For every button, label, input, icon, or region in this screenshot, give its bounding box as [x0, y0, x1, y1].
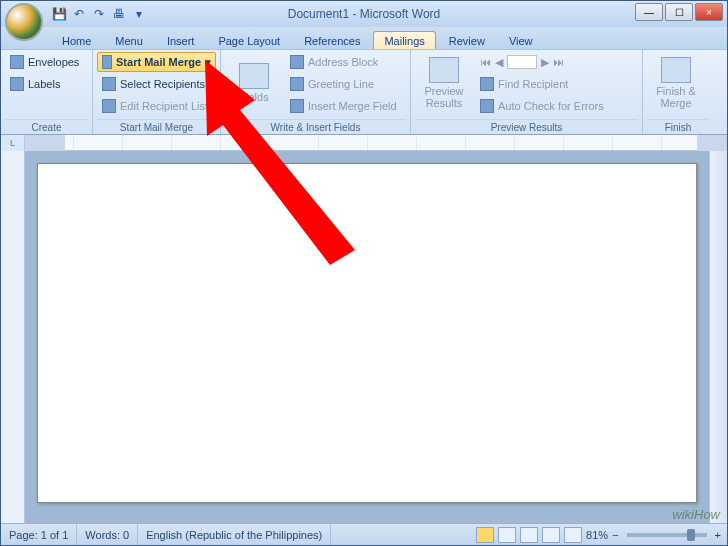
vertical-scrollbar[interactable] [709, 151, 727, 523]
tab-view[interactable]: View [498, 31, 544, 49]
preview-icon [429, 57, 459, 83]
labels-button[interactable]: Labels [5, 74, 88, 94]
status-language[interactable]: English (Republic of the Philippines) [138, 524, 331, 545]
tab-menu[interactable]: Menu [104, 31, 154, 49]
find-icon [480, 77, 494, 91]
ribbon-tabs: Home Menu Insert Page Layout References … [1, 27, 727, 49]
minimize-button[interactable]: — [635, 3, 663, 21]
fields-icon [239, 63, 269, 89]
greeting-line-button[interactable]: Greeting Line [285, 74, 406, 94]
zoom-in-button[interactable]: + [715, 529, 721, 541]
tab-review[interactable]: Review [438, 31, 496, 49]
finish-icon [661, 57, 691, 83]
qat-more-icon[interactable]: ▾ [131, 6, 147, 22]
maximize-button[interactable]: ☐ [665, 3, 693, 21]
print-layout-view-button[interactable] [476, 527, 494, 543]
auto-check-errors-button[interactable]: Auto Check for Errors [475, 96, 638, 116]
group-preview-label: Preview Results [415, 119, 638, 134]
edit-list-icon [102, 99, 116, 113]
zoom-thumb[interactable] [687, 529, 695, 541]
ruler-corner[interactable]: L [1, 135, 25, 151]
office-button[interactable] [5, 3, 43, 41]
full-screen-view-button[interactable] [498, 527, 516, 543]
record-number-input[interactable] [507, 55, 537, 69]
save-icon[interactable]: 💾 [51, 6, 67, 22]
titlebar: 💾 ↶ ↷ 🖶 ▾ Document1 - Microsoft Word — ☐… [1, 1, 727, 27]
address-icon [290, 55, 304, 69]
redo-icon[interactable]: ↷ [91, 6, 107, 22]
vertical-ruler[interactable] [1, 151, 25, 523]
ribbon: Envelopes Labels Create Start Mail Merge… [1, 49, 727, 135]
last-icon: ⏭ [553, 56, 564, 68]
quick-access-toolbar: 💾 ↶ ↷ 🖶 ▾ [51, 6, 147, 22]
check-icon [480, 99, 494, 113]
group-finish-label: Finish [647, 119, 709, 134]
next-icon: ▶ [541, 56, 549, 69]
tab-page-layout[interactable]: Page Layout [207, 31, 291, 49]
outline-view-button[interactable] [542, 527, 560, 543]
preview-results-button[interactable]: Preview Results [415, 52, 473, 114]
status-bar: Page: 1 of 1 Words: 0 English (Republic … [1, 523, 727, 545]
watermark: wikiHow [672, 507, 720, 522]
horizontal-ruler[interactable]: L [1, 135, 727, 151]
merge-field-icon [290, 99, 304, 113]
window-title: Document1 - Microsoft Word [288, 7, 441, 21]
print-icon[interactable]: 🖶 [111, 6, 127, 22]
insert-merge-field-button[interactable]: Insert Merge Field [285, 96, 406, 116]
tab-references[interactable]: References [293, 31, 371, 49]
status-words[interactable]: Words: 0 [77, 524, 138, 545]
group-start-label: Start Mail Merge [97, 119, 216, 134]
find-recipient-button[interactable]: Find Recipient [475, 74, 638, 94]
recipients-icon [102, 77, 116, 91]
zoom-level[interactable]: 81% [586, 529, 608, 541]
undo-icon[interactable]: ↶ [71, 6, 87, 22]
zoom-slider[interactable] [627, 533, 707, 537]
edit-recipient-list-button[interactable]: Edit Recipient List [97, 96, 216, 116]
web-layout-view-button[interactable] [520, 527, 538, 543]
tab-mailings[interactable]: Mailings [373, 31, 435, 49]
mail-merge-icon [102, 55, 112, 69]
envelope-icon [10, 55, 24, 69]
group-write-label: Write & Insert Fields [225, 119, 406, 134]
document-page[interactable] [37, 163, 697, 503]
tab-insert[interactable]: Insert [156, 31, 206, 49]
group-create-label: Create [5, 119, 88, 134]
envelopes-button[interactable]: Envelopes [5, 52, 88, 72]
greeting-icon [290, 77, 304, 91]
prev-icon: ◀ [495, 56, 503, 69]
tab-home[interactable]: Home [51, 31, 102, 49]
first-icon: ⏮ [480, 56, 491, 68]
record-nav[interactable]: ⏮◀▶⏭ [475, 52, 638, 72]
draft-view-button[interactable] [564, 527, 582, 543]
close-button[interactable]: × [695, 3, 723, 21]
highlight-fields-button[interactable]: Fields [225, 52, 283, 114]
address-block-button[interactable]: Address Block [285, 52, 406, 72]
status-page[interactable]: Page: 1 of 1 [1, 524, 77, 545]
select-recipients-button[interactable]: Select Recipients [97, 74, 216, 94]
work-area [1, 151, 727, 523]
finish-merge-button[interactable]: Finish & Merge [647, 52, 705, 114]
label-icon [10, 77, 24, 91]
chevron-down-icon: ▾ [205, 56, 211, 69]
start-mail-merge-button[interactable]: Start Mail Merge▾ [97, 52, 216, 72]
zoom-out-button[interactable]: − [612, 529, 618, 541]
document-area[interactable] [25, 151, 709, 523]
